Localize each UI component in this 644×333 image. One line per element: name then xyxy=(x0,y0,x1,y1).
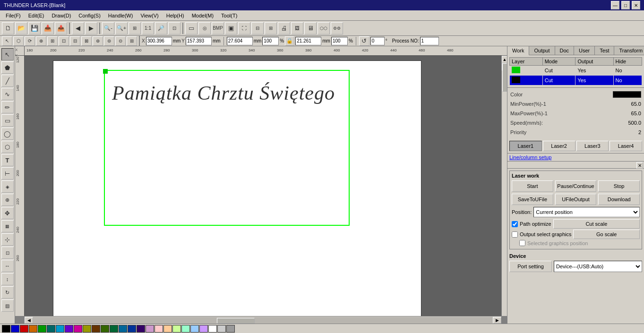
pan-tool-button[interactable]: ✥ xyxy=(1,207,14,219)
laser3-button[interactable]: Laser3 xyxy=(576,141,609,151)
color-brown[interactable] xyxy=(92,325,100,333)
color-green[interactable] xyxy=(38,325,46,333)
color-teal[interactable] xyxy=(47,325,55,333)
color-red[interactable] xyxy=(20,325,28,333)
laser1-button[interactable]: Laser1 xyxy=(509,141,542,151)
rect-btn[interactable]: ▭ xyxy=(185,22,197,34)
coord-tool-8[interactable]: ⊠ xyxy=(81,36,92,46)
maximize-button[interactable]: □ xyxy=(621,1,630,9)
position-select[interactable]: Current position Absolute position User … xyxy=(533,207,640,217)
color-olive[interactable] xyxy=(83,325,91,333)
layer-row-black[interactable]: Cut Yes No xyxy=(510,76,642,85)
color-light-blue[interactable] xyxy=(56,325,64,333)
scroll-left-button[interactable]: ◀ xyxy=(25,317,33,324)
tab-test[interactable]: Test xyxy=(595,46,614,55)
flip-tool-button[interactable]: ↔ xyxy=(1,260,14,272)
undo-button[interactable]: ◀ xyxy=(72,22,84,34)
pause-continue-button[interactable]: Pause/Continue xyxy=(555,180,597,192)
w-input[interactable] xyxy=(227,37,253,45)
lock-aspect-button[interactable]: 🔒 xyxy=(285,36,294,46)
bezier-tool-button[interactable]: ∿ xyxy=(1,88,14,100)
menu-view[interactable]: View(V) xyxy=(137,12,162,19)
menu-tool[interactable]: Tool(T) xyxy=(217,12,241,19)
coord-tool-6[interactable]: ⊡ xyxy=(59,36,69,46)
tab-work[interactable]: Work xyxy=(507,46,529,55)
color-orange[interactable] xyxy=(29,325,37,333)
export-button[interactable]: 📤 xyxy=(55,22,67,34)
color-dark-green[interactable] xyxy=(101,325,109,333)
color-light-pink[interactable] xyxy=(155,325,163,333)
color-white[interactable] xyxy=(208,325,217,333)
color-gray[interactable] xyxy=(226,325,235,333)
process-input[interactable] xyxy=(420,37,439,45)
zoom-page-button[interactable]: ⊡ xyxy=(168,22,180,34)
scroll-right-button[interactable]: ▶ xyxy=(493,317,501,324)
output-select-checkbox[interactable] xyxy=(512,231,518,238)
group-btn[interactable]: ⛶ xyxy=(238,22,250,34)
color-black[interactable] xyxy=(2,325,10,333)
panel-close-button[interactable]: ✕ xyxy=(636,162,643,169)
color-magenta[interactable] xyxy=(74,325,82,333)
save-to-ufile-button[interactable]: SaveToUFile xyxy=(512,194,553,205)
rotate-90-button[interactable]: ↻ xyxy=(1,286,14,299)
coord-tool-9[interactable]: ⊛ xyxy=(93,36,103,46)
select-tool-button[interactable]: ↖ xyxy=(1,48,14,60)
color-picker-button[interactable]: ▨ xyxy=(1,299,14,312)
redo-button[interactable]: ▶ xyxy=(85,22,97,34)
menu-handle[interactable]: Handle(W) xyxy=(104,12,137,19)
cut-scale-button[interactable]: Cut scale xyxy=(553,219,640,229)
h-pct-input[interactable] xyxy=(331,37,348,45)
color-dark-blue[interactable] xyxy=(11,325,19,333)
coord-tool-10[interactable]: ⊜ xyxy=(104,36,114,46)
distribute-btn[interactable]: ⊞ xyxy=(265,22,277,34)
crop-tool-button[interactable]: ⊡ xyxy=(1,247,14,259)
line-tool-button[interactable]: ╱ xyxy=(1,75,14,87)
minimize-button[interactable]: — xyxy=(611,1,619,9)
coord-tool-2[interactable]: ⬡ xyxy=(13,36,24,46)
rotate-ccw-button[interactable]: ↺ xyxy=(359,36,369,46)
color-lavender[interactable] xyxy=(199,325,208,333)
menu-model[interactable]: Model(M) xyxy=(188,12,217,19)
line-col-setup-link[interactable]: Line/column setup xyxy=(507,153,644,161)
print-btn[interactable]: 🖨 xyxy=(278,22,290,34)
zoom-100-button[interactable]: 1:1 xyxy=(142,22,154,34)
canvas-area[interactable]: XY 180 200 220 240 260 280 300 320 340 3… xyxy=(15,46,507,324)
scroll-up-button[interactable]: ▲ xyxy=(502,56,507,63)
horizontal-scrollbar[interactable]: ◀ ▶ xyxy=(25,316,501,324)
coord-tool-4[interactable]: ⊕ xyxy=(36,36,46,46)
color-steel-blue[interactable] xyxy=(119,325,127,333)
color-light-gray[interactable] xyxy=(217,325,226,333)
color-navy[interactable] xyxy=(128,325,136,333)
menu-draw[interactable]: Draw(D) xyxy=(48,12,75,19)
color-dark-purple[interactable] xyxy=(137,325,145,333)
w-pct-input[interactable] xyxy=(262,37,279,45)
menu-help[interactable]: Help(H) xyxy=(163,12,188,19)
coord-tool-12[interactable]: ⊞ xyxy=(127,36,137,46)
vscroll-thumb[interactable] xyxy=(502,63,507,92)
menu-file[interactable]: File(F) xyxy=(2,12,25,19)
measure-tool-button[interactable]: ⊢ xyxy=(1,167,14,179)
zoom-fit-button[interactable]: ⊞ xyxy=(129,22,141,34)
rect-tool-button[interactable]: ▭ xyxy=(1,114,14,127)
coord-tool-7[interactable]: ⊟ xyxy=(70,36,80,46)
stop-button[interactable]: Stop xyxy=(598,180,640,192)
import-button[interactable]: 📥 xyxy=(42,22,54,34)
coord-tool-11[interactable]: ⊝ xyxy=(115,36,126,46)
tab-doc[interactable]: Doc xyxy=(555,46,575,55)
color-forest-green[interactable] xyxy=(110,325,118,333)
zoom-in-button[interactable]: 🔍+ xyxy=(115,22,128,34)
select-btn[interactable]: ◎ xyxy=(198,22,211,34)
gradient-tool-button[interactable]: ◈ xyxy=(1,180,14,193)
laser2-button[interactable]: Laser2 xyxy=(543,141,575,151)
polygon-tool-button[interactable]: ⬡ xyxy=(1,141,14,153)
h-input[interactable] xyxy=(295,37,321,45)
hatch-tool-button[interactable]: ▦ xyxy=(1,220,14,232)
ellipse-tool-button[interactable]: ◯ xyxy=(1,128,14,140)
menu-edit[interactable]: Edit(E) xyxy=(25,12,48,19)
y-input[interactable] xyxy=(186,37,212,45)
freehand-tool-button[interactable]: ✏ xyxy=(1,101,14,113)
shape-btn[interactable]: ▣ xyxy=(225,22,237,34)
text-tool-button[interactable]: T xyxy=(1,154,14,166)
zoom-select-button[interactable]: 🔎 xyxy=(155,22,167,34)
selected-graphics-checkbox[interactable] xyxy=(519,240,525,246)
